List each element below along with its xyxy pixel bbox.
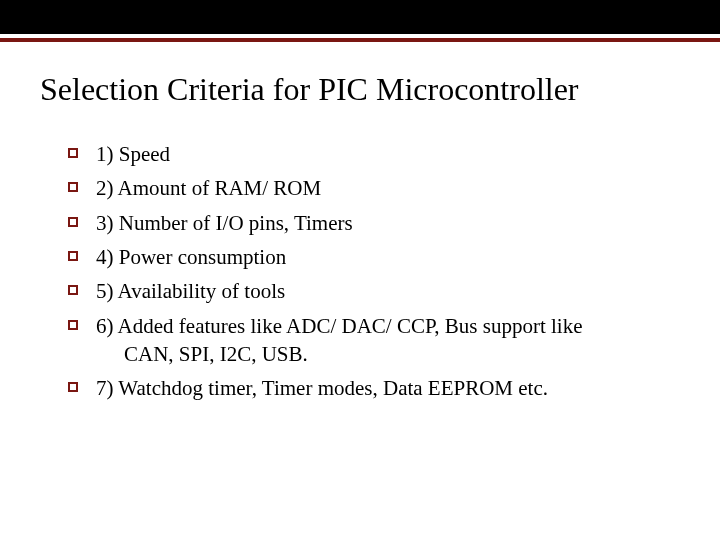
list-item: 3) Number of I/O pins, Timers — [68, 209, 660, 237]
bullet-icon — [68, 148, 78, 158]
list-item: 7) Watchdog timer, Timer modes, Data EEP… — [68, 374, 660, 402]
list-item: 1) Speed — [68, 140, 660, 168]
bullet-icon — [68, 182, 78, 192]
list-item: 5) Availability of tools — [68, 277, 660, 305]
bullet-icon — [68, 285, 78, 295]
list-item-text: 5) Availability of tools — [96, 277, 285, 305]
list-item-text: 2) Amount of RAM/ ROM — [96, 174, 321, 202]
list-item-text: 4) Power consumption — [96, 243, 286, 271]
top-band — [0, 0, 720, 34]
list-item-text: 6) Added features like ADC/ DAC/ CCP, Bu… — [96, 312, 583, 369]
list-item-text: 3) Number of I/O pins, Timers — [96, 209, 353, 237]
list-item-line1: 6) Added features like ADC/ DAC/ CCP, Bu… — [96, 314, 583, 338]
bullet-icon — [68, 251, 78, 261]
list-item-text: 7) Watchdog timer, Timer modes, Data EEP… — [96, 374, 548, 402]
slide-title: Selection Criteria for PIC Microcontroll… — [40, 72, 700, 107]
list-item: 4) Power consumption — [68, 243, 660, 271]
bullet-icon — [68, 217, 78, 227]
bullet-icon — [68, 382, 78, 392]
list-item: 6) Added features like ADC/ DAC/ CCP, Bu… — [68, 312, 660, 369]
list-item: 2) Amount of RAM/ ROM — [68, 174, 660, 202]
slide-body: 1) Speed 2) Amount of RAM/ ROM 3) Number… — [68, 140, 660, 409]
top-rule — [0, 38, 720, 42]
list-item-line2: CAN, SPI, I2C, USB. — [124, 342, 308, 366]
bullet-icon — [68, 320, 78, 330]
list-item-text: 1) Speed — [96, 140, 170, 168]
slide: Selection Criteria for PIC Microcontroll… — [0, 0, 720, 540]
